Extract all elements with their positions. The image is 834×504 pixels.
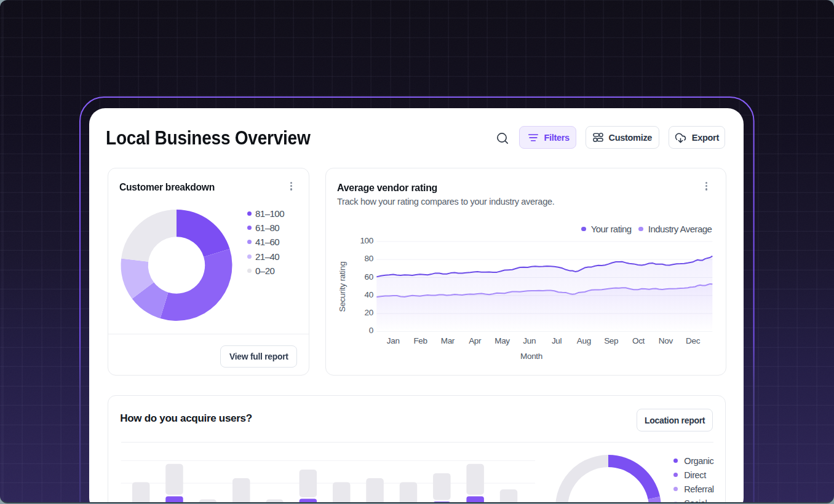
svg-text:20: 20 [364, 308, 373, 317]
svg-text:100: 100 [360, 235, 373, 245]
svg-text:Apr: Apr [469, 336, 482, 345]
svg-text:Dec: Dec [686, 336, 701, 345]
svg-text:Jul: Jul [551, 336, 562, 345]
svg-text:Nov: Nov [658, 336, 673, 345]
svg-text:Security rating: Security rating [338, 261, 347, 312]
svg-text:Feb: Feb [413, 336, 427, 345]
svg-text:60: 60 [364, 272, 373, 281]
svg-text:0: 0 [368, 326, 373, 335]
svg-text:Jan: Jan [386, 336, 399, 345]
svg-text:May: May [494, 336, 510, 345]
svg-text:Aug: Aug [576, 336, 590, 345]
svg-text:80: 80 [364, 254, 373, 263]
svg-text:Oct: Oct [632, 336, 645, 345]
svg-text:Mar: Mar [440, 336, 455, 345]
svg-text:Sep: Sep [604, 336, 618, 345]
svg-text:Month: Month [520, 352, 542, 361]
svg-text:Jun: Jun [523, 336, 536, 345]
svg-text:40: 40 [364, 289, 373, 299]
